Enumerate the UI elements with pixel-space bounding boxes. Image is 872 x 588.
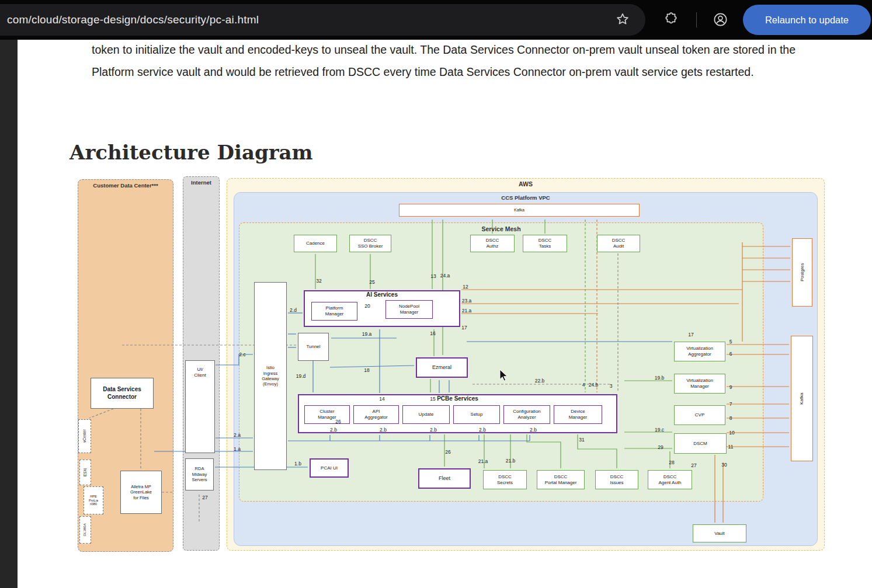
edge-label: 24.b: [589, 382, 599, 388]
edge-label: 21.a: [462, 308, 472, 314]
node-pcai-ui: PCAI UI: [310, 458, 349, 478]
node-ezmeral: Ezmeral: [416, 357, 468, 378]
node-virtualization-manager: Virtualization Manager: [674, 374, 725, 394]
node-nodepool-manager: NodePool Manager: [385, 300, 433, 319]
node-alletra-mp: Alletra MP GreenLake for Files: [120, 471, 162, 514]
edge-label: 2.b: [330, 427, 337, 433]
group-ai-services-label: AI Services: [304, 291, 460, 298]
edge-label: 23.a: [462, 298, 472, 304]
edge-label: 1.b: [294, 461, 301, 467]
edge-label: 2.b: [530, 427, 537, 433]
edge-label: 28: [669, 460, 674, 465]
edge-label: 26: [445, 449, 450, 455]
node-dscc-agent-auth: DSCC Agent Auth: [648, 470, 692, 489]
edge-label: 2.b: [430, 427, 437, 433]
node-istio-ingress-gateway: Istio Ingress Gateway (Envoy): [254, 282, 287, 470]
node-fleet: Fleet: [418, 468, 471, 489]
browser-toolbar: com/cloud/storage-design/docs/security/p…: [0, 0, 872, 40]
edge-label: 19.b: [655, 375, 665, 381]
node-postgres: Postgres: [792, 238, 812, 307]
bookmark-star-icon[interactable]: [615, 12, 630, 27]
node-dscc-audit: DSCC Audit: [597, 235, 640, 252]
node-rda-midway-servers: RDA Midway Servers: [185, 458, 214, 490]
relaunch-button[interactable]: Relaunch to update: [743, 5, 871, 35]
node-esxi: ESXi: [79, 460, 91, 485]
node-tunnel: Tunnel: [298, 333, 329, 361]
edge-label: 18: [364, 367, 369, 373]
node-update: Update: [402, 405, 450, 424]
edge-label: 8: [729, 415, 732, 421]
extensions-icon[interactable]: [663, 12, 679, 27]
region-label-service-mesh: Service Mesh: [239, 225, 763, 232]
edge-label: 12: [463, 284, 468, 290]
node-virtualization-aggregator: Virtualization Aggregator: [674, 342, 725, 361]
node-dscm: DSCM: [674, 433, 727, 454]
node-device-manager: Device Manager: [554, 405, 602, 424]
url-text: com/cloud/storage-design/docs/security/p…: [7, 13, 259, 26]
edge-label: 31: [579, 437, 584, 443]
architecture-diagram: Customer Data Center*** Internet AWS CCS…: [70, 172, 825, 558]
edge-label: 29: [658, 444, 663, 450]
edge-label: 16: [430, 330, 435, 336]
edge-label: 17: [461, 325, 467, 330]
edge-label: 6: [729, 351, 732, 357]
node-hpe-proliant: HPE ProLia rl380: [84, 486, 103, 514]
node-cadence: Cadence: [294, 235, 337, 252]
mouse-cursor: [499, 369, 509, 382]
node-kafka-right: Kafka: [791, 336, 813, 461]
edge-label: 2.b: [479, 427, 486, 433]
node-dscc-sso-broker: DSCC SSO Broker: [349, 235, 391, 252]
edge-label: 9: [729, 384, 732, 390]
body-paragraph: token to initialize the vault and encode…: [92, 39, 835, 83]
node-data-services-connector: Data Services Connector: [91, 378, 154, 409]
toolbar-divider: [696, 12, 697, 27]
edge-label: 21.a: [478, 458, 488, 464]
node-vault: Vault: [693, 524, 746, 542]
edge-label: 19.c: [655, 427, 664, 433]
edge-label: 14: [379, 396, 384, 402]
node-dscc-issues: DSCC Issues: [595, 470, 638, 489]
edge-label: 26: [335, 419, 341, 425]
node-vcenter: vCenter: [78, 419, 91, 453]
node-configuration-analyzer: Configuration Analyzer: [503, 405, 550, 424]
page-title: Architecture Diagram: [70, 141, 313, 164]
node-dscc-secrets: DSCC Secrets: [483, 470, 527, 489]
edge-label: 15: [430, 396, 435, 402]
edge-label: 21.b: [506, 458, 516, 464]
edge-label: 25: [369, 279, 374, 285]
edge-label: 22.b: [535, 378, 545, 384]
edge-label: 27: [202, 495, 207, 500]
edge-label: 17: [688, 332, 693, 338]
edge-label: 2.b: [380, 427, 387, 433]
edge-label: 24.a: [440, 273, 450, 279]
node-cluster-manager: Cluster Manager: [304, 405, 350, 424]
edge-label: 19.d: [296, 373, 306, 379]
node-dl380a: DL380A: [79, 516, 91, 544]
node-setup: Setup: [453, 405, 500, 424]
edge-label: 27: [691, 462, 696, 468]
url-bar[interactable]: com/cloud/storage-design/docs/security/p…: [0, 4, 645, 36]
window-left-edge: [0, 40, 18, 588]
node-platform-manager: Platform Manager: [311, 302, 357, 321]
edge-label: 4: [582, 382, 585, 388]
edge-label: 2.a: [234, 432, 241, 438]
edge-label: 7: [729, 401, 732, 407]
region-label-customer-dc: Customer Data Center***: [78, 182, 173, 189]
edge-label: 32: [316, 278, 321, 284]
node-dscc-tasks: DSCC Tasks: [523, 235, 567, 252]
region-label-aws: AWS: [227, 180, 825, 187]
region-label-vpc: CCS Platform VPC: [234, 194, 818, 201]
edge-label: 5: [729, 339, 732, 345]
node-ui-client: UI/ Client: [185, 360, 215, 453]
profile-icon[interactable]: [713, 12, 728, 27]
edge-label: 19.a: [362, 331, 372, 337]
group-pcbe-services-label: PCBe Services: [298, 395, 617, 402]
edge-label: 10: [729, 430, 734, 436]
edge-label: 3: [610, 383, 613, 389]
edge-label: 20: [364, 303, 370, 309]
edge-label: 11: [728, 444, 734, 450]
edge-label: 13: [430, 273, 436, 279]
node-cvp: CVP: [674, 405, 725, 425]
node-kafka-bus: Kafka: [399, 204, 640, 217]
edge-label: 30: [721, 462, 727, 468]
